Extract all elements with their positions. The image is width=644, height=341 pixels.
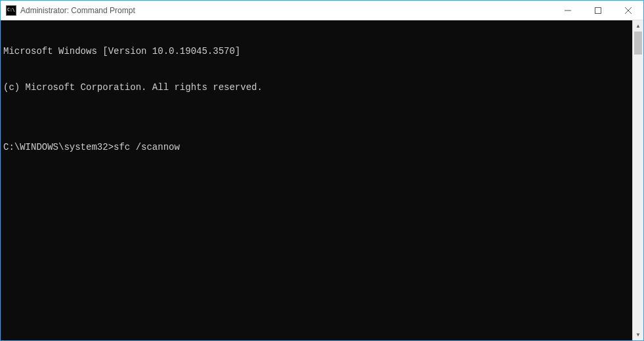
cmd-icon-text: C:\ (7, 8, 14, 12)
maximize-icon (595, 7, 601, 14)
vertical-scrollbar[interactable]: ▲ ▼ (632, 20, 643, 340)
close-icon (625, 7, 632, 14)
version-line: Microsoft Windows [Version 10.0.19045.35… (3, 45, 630, 57)
scroll-thumb[interactable] (634, 32, 642, 55)
close-button[interactable] (613, 1, 643, 20)
scroll-track[interactable] (633, 32, 643, 329)
chevron-down-icon: ▼ (635, 332, 641, 338)
scroll-up-button[interactable]: ▲ (633, 20, 643, 32)
window-controls (553, 1, 643, 20)
command-prompt-window: C:\ Administrator: Command Prompt (0, 0, 644, 341)
terminal-container: Microsoft Windows [Version 10.0.19045.35… (1, 20, 643, 340)
minimize-icon (565, 7, 571, 14)
chevron-up-icon: ▲ (635, 23, 641, 29)
prompt-line: C:\WINDOWS\system32>sfc /scannow (3, 141, 630, 153)
window-title: Administrator: Command Prompt (20, 6, 553, 15)
copyright-line: (c) Microsoft Corporation. All rights re… (3, 81, 630, 93)
command-input[interactable]: sfc /scannow (114, 141, 180, 153)
svg-rect-1 (595, 7, 601, 13)
prompt-path: C:\WINDOWS\system32> (3, 141, 114, 153)
maximize-button[interactable] (583, 1, 613, 20)
terminal[interactable]: Microsoft Windows [Version 10.0.19045.35… (1, 20, 632, 340)
scroll-down-button[interactable]: ▼ (633, 329, 643, 340)
titlebar[interactable]: C:\ Administrator: Command Prompt (1, 1, 643, 20)
minimize-button[interactable] (553, 1, 583, 20)
cmd-icon: C:\ (6, 5, 16, 16)
